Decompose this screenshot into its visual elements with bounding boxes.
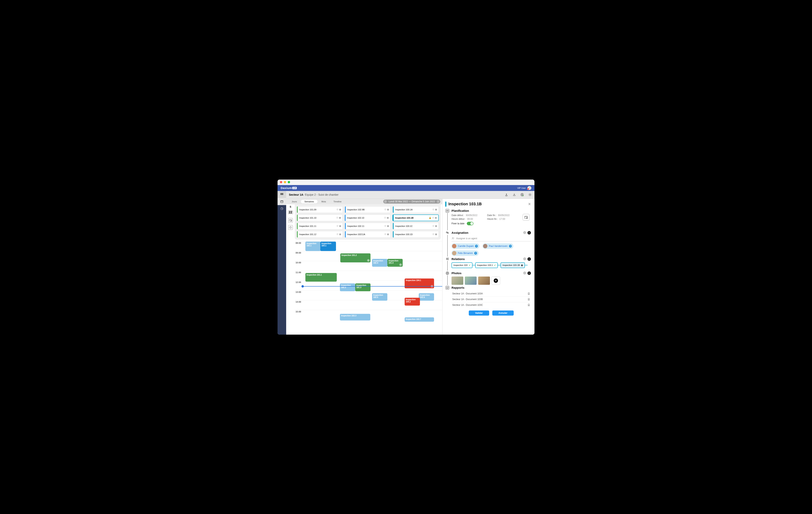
- relation-node[interactable]: Inspection 103.1B▦: [500, 262, 525, 268]
- assign-input[interactable]: Assigner à un agent: [452, 236, 531, 241]
- assignee-chip[interactable]: Camille Dupain✕: [452, 243, 480, 249]
- backlog-card[interactable]: Inspection 102.10⦾▦: [345, 215, 390, 221]
- list-icon[interactable]: [520, 193, 524, 196]
- open-calendar-icon[interactable]: [523, 214, 529, 221]
- assignee-name: Paul Vanderroven: [489, 245, 508, 247]
- detail-panel: Inspection 103.1B ✕ Planification Date d…: [442, 199, 534, 334]
- fix-date-label: Fixer la date: [452, 222, 464, 225]
- prev-week-icon[interactable]: ‹: [384, 200, 387, 203]
- view-months[interactable]: Mois: [318, 200, 329, 203]
- photo-thumb[interactable]: [478, 276, 490, 285]
- chart-nav-icon[interactable]: [278, 205, 286, 212]
- backlog-card[interactable]: Inspection 102.11⦾▦: [345, 223, 391, 229]
- remove-chip-icon[interactable]: ✕: [474, 252, 477, 254]
- view-days[interactable]: Jours: [288, 200, 300, 203]
- collapse-icon[interactable]: [288, 225, 293, 230]
- section-planification: Planification Date début : 30/05/2022 Da…: [445, 209, 531, 231]
- photo-thumb[interactable]: [452, 276, 463, 285]
- calendar-event[interactable]: Inspection 101.3: [355, 283, 371, 291]
- assign-settings-icon[interactable]: [523, 231, 526, 235]
- panel-title: Inspection 103.1B: [448, 202, 526, 206]
- calendar-section-icon: [445, 209, 449, 213]
- section-relations: Relations − Inspection 103✔Inspection 10…: [445, 257, 531, 271]
- minimize-dot[interactable]: [284, 181, 286, 183]
- calendar-event[interactable]: Inspection 102.4: [372, 259, 387, 267]
- date-icon: ▦: [435, 225, 437, 227]
- people-section-icon: [445, 231, 449, 235]
- backlog-card[interactable]: Inspection 103.1A⦾▦: [393, 206, 439, 213]
- assignee-chip[interactable]: Paul Vanderroven✕: [483, 243, 513, 249]
- user-avatar[interactable]: [527, 186, 531, 190]
- lock-icon: 🔒: [429, 216, 432, 219]
- assignee-chip[interactable]: Felix Birnamm✕: [452, 250, 478, 256]
- calendar-event[interactable]: Inspection 101.1: [306, 273, 337, 281]
- calendar-event[interactable]: Inspection 104.1⦾: [405, 278, 434, 288]
- day-strip: S 22: [286, 204, 295, 334]
- people-icon: ⦾: [433, 208, 434, 211]
- backlog-card[interactable]: Inspection 10211A⦾▦: [345, 231, 391, 238]
- backlog-card[interactable]: Inspection 101.11⦾▦: [297, 223, 343, 229]
- calendar-event[interactable]: Inspection 101.2⦾: [340, 253, 371, 262]
- add-photo-button[interactable]: +: [492, 276, 500, 285]
- backlog-card[interactable]: Inspection 101.09⦾▦: [297, 206, 343, 213]
- backlog-card[interactable]: Inspection 102.9B⦾▦: [345, 206, 391, 213]
- relation-node[interactable]: Inspection 103.1✔: [475, 262, 498, 268]
- user-label: VIP User: [517, 187, 526, 189]
- backlog-card[interactable]: Inspection 103.1D⦾▦: [393, 231, 439, 238]
- calendar-nav-icon[interactable]: [278, 198, 286, 205]
- download-icon[interactable]: [513, 193, 516, 196]
- calendar-event[interactable]: Inspection 104.2: [405, 298, 420, 305]
- view-weeks[interactable]: Semaines: [301, 200, 318, 203]
- date-icon: ▦: [387, 225, 389, 227]
- photos-collapse-icon[interactable]: −: [527, 271, 531, 275]
- calendar-event[interactable]: Inspection 102.2: [340, 283, 355, 291]
- time-grid: 08:0009:0010:0011:0012:0013:0014:0015:00…: [295, 241, 442, 334]
- calendar-event[interactable]: Inspection 102.1: [306, 242, 321, 251]
- backlog-card[interactable]: Inspection 103.1C⦾▦: [393, 223, 439, 229]
- people-icon: ⦾: [337, 233, 338, 236]
- apps-grid-icon[interactable]: [278, 191, 286, 198]
- backlog-card[interactable]: Inspection 101.10⦾▦: [297, 215, 343, 221]
- calendar-event[interactable]: Inspection 101.4⦾: [387, 259, 403, 267]
- bookmark-icon[interactable]: [527, 292, 530, 295]
- backlog-card[interactable]: Inspection 101.12⦾▦: [297, 231, 343, 238]
- calendar-event[interactable]: Inspection 102.6: [419, 293, 434, 301]
- bookmark-icon[interactable]: [527, 298, 530, 301]
- location-icon[interactable]: [505, 193, 508, 196]
- calendar-event[interactable]: Inspection 102.5: [372, 293, 387, 301]
- remove-chip-icon[interactable]: ✕: [475, 245, 478, 247]
- maximize-dot[interactable]: [288, 181, 290, 183]
- calendar-event[interactable]: Inspection 103.1: [320, 242, 336, 251]
- breadcrumb-sub: - Equipe 2 - Suivi de chantier: [303, 193, 339, 196]
- view-timeline[interactable]: Timeline: [330, 200, 345, 203]
- validate-button[interactable]: Valider: [469, 310, 489, 316]
- calendar-event[interactable]: Inspection 102.3: [340, 314, 370, 321]
- remove-chip-icon[interactable]: ✕: [509, 245, 512, 247]
- report-row[interactable]: Secteur 1A - Document 103A: [452, 291, 531, 297]
- fix-date-toggle[interactable]: [467, 222, 473, 225]
- cancel-button[interactable]: Annuler: [492, 310, 514, 316]
- relations-collapse-icon[interactable]: −: [527, 257, 531, 261]
- bookmark-icon[interactable]: [527, 304, 530, 306]
- svg-rect-5: [283, 194, 283, 195]
- next-week-icon[interactable]: ›: [437, 200, 440, 203]
- assign-placeholder: Assigner à un agent: [456, 237, 477, 240]
- photo-thumb[interactable]: [465, 276, 476, 285]
- relation-node[interactable]: Inspection 103✔: [452, 262, 472, 268]
- close-dot[interactable]: [280, 181, 282, 183]
- calendar-event[interactable]: Inspection 102.7: [405, 317, 434, 322]
- relation-label: Inspection 103.1B: [502, 264, 520, 266]
- report-row[interactable]: Secteur 1A - Document 103B: [452, 297, 531, 302]
- user-info[interactable]: VIP User: [517, 186, 531, 190]
- svg-rect-1: [282, 193, 282, 194]
- backlog-card[interactable]: Inspection 103.1B🔒⦾▦: [393, 215, 439, 221]
- photos-settings-icon[interactable]: [523, 271, 526, 275]
- gear-icon[interactable]: [528, 193, 532, 196]
- date-icon: ▦: [435, 216, 437, 219]
- assign-collapse-icon[interactable]: −: [527, 231, 531, 235]
- relations-settings-icon[interactable]: [523, 257, 526, 261]
- close-icon[interactable]: ✕: [528, 202, 531, 206]
- add-event-icon[interactable]: [288, 218, 293, 223]
- hour-label: 10:00: [295, 261, 304, 271]
- report-row[interactable]: Secteur 1A - Document 103C: [452, 302, 531, 308]
